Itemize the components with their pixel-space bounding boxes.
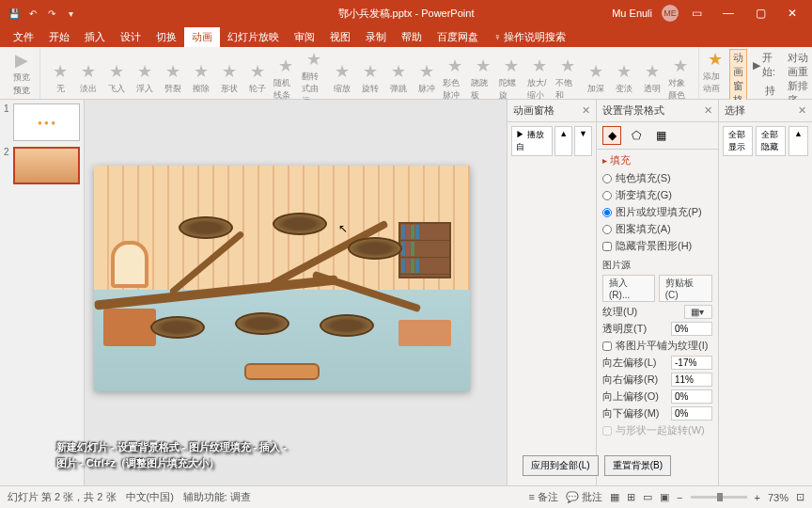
effect-4[interactable]: ★劈裂 xyxy=(161,61,185,95)
clipboard-button[interactable]: 剪贴板(C) xyxy=(659,275,712,302)
nest-decor xyxy=(320,314,374,337)
zoom-in-button[interactable]: + xyxy=(755,492,760,503)
effect-8[interactable]: ★随机线条 xyxy=(273,56,298,102)
offset-top-input[interactable] xyxy=(671,389,712,404)
effect-9[interactable]: ★翻转式由远... xyxy=(302,49,326,107)
minimize-icon[interactable]: — xyxy=(714,2,742,24)
user-avatar[interactable]: ME xyxy=(662,5,679,22)
view-normal-icon[interactable]: ▦ xyxy=(610,491,619,503)
qat-more-icon[interactable]: ▾ xyxy=(64,7,77,20)
zoom-out-button[interactable]: − xyxy=(677,492,682,503)
view-sorter-icon[interactable]: ⊞ xyxy=(627,491,635,503)
effect-20[interactable]: ★变淡 xyxy=(612,61,636,95)
tab-slideshow[interactable]: 幻灯片放映 xyxy=(220,27,287,47)
effect-6[interactable]: ★形状 xyxy=(217,61,242,95)
tab-view[interactable]: 视图 xyxy=(322,27,358,47)
effect-12[interactable]: ★弹跳 xyxy=(386,61,411,95)
offset-right-input[interactable] xyxy=(671,373,712,387)
fit-window-icon[interactable]: ⊡ xyxy=(796,491,804,503)
effect-2[interactable]: ★飞入 xyxy=(104,61,129,95)
offset-left-input[interactable] xyxy=(671,356,712,370)
fill-section-title[interactable]: ▸ 填充 xyxy=(602,153,712,167)
effect-22[interactable]: ★对象颜色 xyxy=(668,56,693,102)
effect-17[interactable]: ★放大/缩小 xyxy=(527,56,552,102)
solid-fill-radio[interactable]: 纯色填充(S) xyxy=(602,171,712,185)
rotate-with-shape-checkbox[interactable]: 与形状一起旋转(W) xyxy=(602,423,712,437)
effect-11[interactable]: ★旋转 xyxy=(358,61,383,95)
pattern-fill-radio[interactable]: 图案填充(A) xyxy=(602,222,712,236)
tab-record[interactable]: 录制 xyxy=(358,27,394,47)
animation-pane-close-icon[interactable]: ✕ xyxy=(582,104,590,117)
reset-bg-button[interactable]: 重置背景(B) xyxy=(604,455,671,476)
tab-design[interactable]: 设计 xyxy=(113,27,148,47)
effect-0[interactable]: ★无 xyxy=(48,61,72,95)
texture-picker[interactable]: ▦▾ xyxy=(684,305,712,319)
language-status[interactable]: 中文(中国) xyxy=(126,490,174,504)
picture-tab-icon[interactable]: ▦ xyxy=(651,126,670,145)
redo-icon[interactable]: ↷ xyxy=(45,7,58,20)
transparency-input[interactable] xyxy=(671,322,712,336)
sel-up-button[interactable]: ▲ xyxy=(789,126,808,156)
tile-checkbox[interactable]: 将图片平铺为纹理(I) xyxy=(602,339,712,353)
effect-7[interactable]: ★轮子 xyxy=(245,61,270,95)
effect-10[interactable]: ★缩放 xyxy=(330,61,354,95)
zoom-slider[interactable] xyxy=(691,496,747,499)
play-from-button[interactable]: ▶ 播放自 xyxy=(511,126,553,156)
tab-help[interactable]: 帮助 xyxy=(394,27,429,47)
slide-canvas[interactable]: ↖ xyxy=(94,166,470,391)
hide-all-button[interactable]: 全部隐藏 xyxy=(756,126,786,156)
effect-1[interactable]: ★淡出 xyxy=(76,61,101,95)
selection-pane-close-icon[interactable]: ✕ xyxy=(798,104,806,117)
preview-button[interactable]: ▶预览 xyxy=(9,50,34,84)
gradient-fill-radio[interactable]: 渐变填充(G) xyxy=(602,188,712,202)
tab-tellme[interactable]: ♀ 操作说明搜索 xyxy=(486,27,573,47)
tab-insert[interactable]: 插入 xyxy=(77,27,113,47)
effect-3[interactable]: ★浮入 xyxy=(133,61,157,95)
effect-14[interactable]: ★彩色脉冲 xyxy=(443,56,467,102)
zoom-level[interactable]: 73% xyxy=(768,492,789,503)
comments-button[interactable]: 💬 批注 xyxy=(566,490,602,504)
offset-right-label: 向右偏移(R) xyxy=(602,373,658,387)
slide-canvas-area[interactable]: ↖ xyxy=(85,100,507,485)
fill-tab-icon[interactable]: ◆ xyxy=(602,126,621,145)
tab-file[interactable]: 文件 xyxy=(6,27,41,47)
insert-picture-button[interactable]: 插入(R)... xyxy=(602,275,655,302)
show-all-button[interactable]: 全部显示 xyxy=(723,126,753,156)
format-background-pane: 设置背景格式✕ ◆ ⬠ ▦ ▸ 填充 纯色填充(S) 渐变填充(G) 图片或纹理… xyxy=(596,100,718,485)
format-pane-close-icon[interactable]: ✕ xyxy=(704,104,712,117)
effect-21[interactable]: ★透明 xyxy=(640,61,664,95)
close-icon[interactable]: ✕ xyxy=(778,2,806,24)
effect-16[interactable]: ★陀螺旋 xyxy=(499,56,523,102)
tab-baidu[interactable]: 百度网盘 xyxy=(429,27,486,47)
effects-tab-icon[interactable]: ⬠ xyxy=(627,126,646,145)
maximize-icon[interactable]: ▢ xyxy=(746,2,774,24)
accessibility-status[interactable]: 辅助功能: 调查 xyxy=(183,490,251,504)
animation-pane: 动画窗格✕ ▶ 播放自 ▲ ▼ xyxy=(507,100,596,485)
move-down-button[interactable]: ▼ xyxy=(574,126,592,156)
apply-all-button[interactable]: 应用到全部(L) xyxy=(523,455,598,476)
view-slideshow-icon[interactable]: ▣ xyxy=(660,491,669,503)
notes-button[interactable]: ≡ 备注 xyxy=(529,490,558,504)
effect-18[interactable]: ★不饱和 xyxy=(555,56,580,102)
tab-review[interactable]: 审阅 xyxy=(287,27,322,47)
save-icon[interactable]: 💾 xyxy=(8,7,21,20)
undo-icon[interactable]: ↶ xyxy=(26,7,39,20)
effect-13[interactable]: ★脉冲 xyxy=(414,61,439,95)
slide-thumb-1[interactable]: ● ● ● xyxy=(13,103,80,141)
add-animation-button[interactable]: ★添加动画 xyxy=(703,49,727,97)
ribbon-options-icon[interactable]: ▭ xyxy=(682,2,710,24)
animation-gallery[interactable]: ★无★淡出★飞入★浮入★劈裂★擦除★形状★轮子★随机线条★翻转式由远...★缩放… xyxy=(48,49,693,107)
effect-5[interactable]: ★擦除 xyxy=(189,61,213,95)
picture-fill-radio[interactable]: 图片或纹理填充(P) xyxy=(602,205,712,219)
effect-15[interactable]: ★跷跷板 xyxy=(471,56,495,102)
view-reading-icon[interactable]: ▭ xyxy=(643,491,652,503)
slide-thumb-2[interactable] xyxy=(13,147,80,184)
timing-start[interactable]: ▶ 开始: xyxy=(749,49,782,81)
effect-19[interactable]: ★加深 xyxy=(584,61,608,95)
tab-home[interactable]: 开始 xyxy=(41,27,77,47)
offset-bottom-input[interactable] xyxy=(671,406,712,421)
move-up-button[interactable]: ▲ xyxy=(554,126,572,156)
hide-bg-checkbox[interactable]: 隐藏背景图形(H) xyxy=(602,239,712,253)
tab-animations[interactable]: 动画 xyxy=(184,27,220,47)
tab-transitions[interactable]: 切换 xyxy=(148,27,184,47)
